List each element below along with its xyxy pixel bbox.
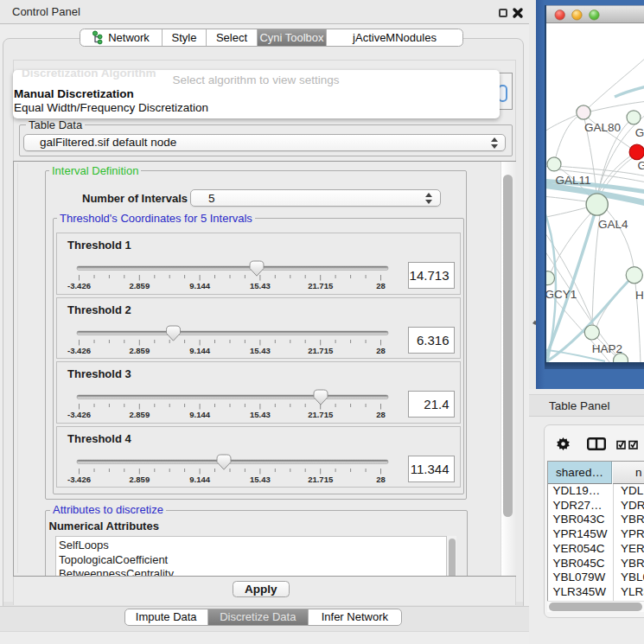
svg-text:GAL4: GAL4 — [598, 218, 628, 231]
svg-text:G: G — [638, 159, 644, 172]
svg-text:GAL11: GAL11 — [556, 174, 591, 187]
svg-text:GAL80: GAL80 — [584, 121, 621, 134]
svg-text:H: H — [635, 289, 644, 302]
svg-text:GCY1: GCY1 — [546, 288, 577, 301]
svg-text:HAP2: HAP2 — [592, 342, 622, 355]
svg-text:GA: GA — [635, 126, 644, 139]
